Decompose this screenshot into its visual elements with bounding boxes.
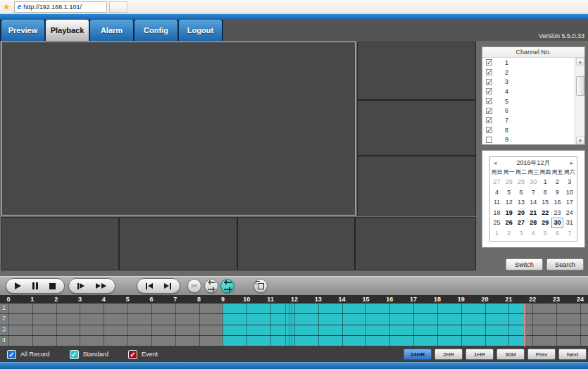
record-segment[interactable] (223, 314, 524, 324)
tab-logout[interactable]: Logout (179, 20, 222, 41)
calendar-day[interactable]: 6 (551, 228, 563, 239)
video-window-7[interactable] (237, 217, 355, 270)
calendar-day[interactable]: 6 (515, 187, 527, 198)
calendar-day[interactable]: 12 (503, 197, 515, 208)
clip-range-button[interactable] (204, 279, 218, 293)
calendar-day[interactable]: 25 (491, 218, 503, 228)
clip-range-active-button[interactable] (220, 279, 234, 293)
prev-button[interactable]: Prev (527, 349, 556, 360)
video-window-3[interactable] (357, 100, 476, 156)
step-forward-button[interactable] (77, 283, 85, 289)
calendar-day[interactable]: 19 (503, 208, 515, 218)
calendar-day[interactable]: 15 (539, 197, 551, 208)
calendar-day[interactable]: 27 (491, 177, 503, 187)
prev-frame-button[interactable] (146, 283, 153, 289)
channel-checkbox[interactable]: ✓ (486, 69, 492, 75)
channel-checkbox[interactable]: ✓ (486, 88, 492, 94)
calendar-day[interactable]: 26 (503, 218, 515, 228)
tab-config[interactable]: Config (135, 20, 177, 41)
tab-preview[interactable]: Preview (1, 20, 44, 41)
video-window-main[interactable] (1, 42, 356, 215)
channel-list-scrollbar[interactable]: ▲ ▼ (575, 58, 584, 144)
video-window-2[interactable] (357, 42, 476, 100)
calendar-day[interactable]: 17 (563, 197, 575, 208)
channel-checkbox[interactable]: ✓ (486, 59, 492, 65)
calendar-day[interactable]: 29 (515, 177, 527, 187)
timeline-ruler[interactable]: 0123456789101112131415161718192021222324 (0, 295, 588, 304)
calendar-day[interactable]: 11 (491, 197, 503, 208)
calendar-day[interactable]: 3 (515, 228, 527, 239)
calendar-day[interactable]: 21 (527, 208, 539, 218)
address-bar[interactable]: e http://192.168.1.101/ (14, 1, 107, 13)
calendar-day[interactable]: 4 (527, 228, 539, 239)
video-window-4[interactable] (357, 156, 476, 215)
record-segment[interactable] (223, 336, 524, 346)
calendar-next-icon[interactable]: ► (567, 161, 577, 165)
calendar-day-selected[interactable]: 30 (551, 218, 563, 228)
calendar-day[interactable]: 2 (551, 177, 563, 187)
tab-playback[interactable]: Playback (46, 20, 89, 41)
channel-checkbox[interactable]: ✓ (486, 117, 492, 123)
calendar-day[interactable]: 2 (503, 228, 515, 239)
calendar-day[interactable]: 7 (527, 187, 539, 198)
channel-checkbox[interactable] (486, 137, 492, 143)
1hr-button[interactable]: 1HR (465, 349, 494, 360)
calendar-day[interactable]: 31 (563, 218, 575, 228)
calendar-day[interactable]: 7 (563, 228, 575, 239)
scrollbar-thumb[interactable] (576, 76, 584, 96)
favorite-star-icon[interactable]: ★ (3, 3, 11, 11)
address-dropdown-button[interactable] (109, 1, 127, 13)
calendar-day[interactable]: 14 (527, 197, 539, 208)
stop-button[interactable] (49, 283, 56, 289)
calendar-day[interactable]: 18 (491, 208, 503, 218)
scroll-down-icon[interactable]: ▼ (576, 137, 584, 144)
calendar-prev-icon[interactable]: ◄ (490, 161, 500, 165)
calendar-day[interactable]: 23 (551, 208, 563, 218)
next-frame-button[interactable] (164, 283, 171, 289)
calendar-day[interactable]: 8 (539, 187, 551, 198)
calendar-day[interactable]: 30 (527, 177, 539, 187)
calendar-day[interactable]: 9 (551, 187, 563, 198)
switch-button[interactable]: Switch (506, 258, 543, 270)
calendar-day[interactable]: 16 (551, 197, 563, 208)
play-button[interactable] (15, 282, 21, 289)
playhead[interactable] (524, 304, 525, 346)
calendar-day[interactable]: 28 (527, 218, 539, 228)
channel-checkbox[interactable]: ✓ (486, 127, 492, 133)
calendar-day[interactable]: 13 (515, 197, 527, 208)
scissors-button[interactable]: ✂ (187, 279, 201, 293)
30m-button[interactable]: 30M (496, 349, 525, 360)
record-segment[interactable] (223, 325, 524, 335)
channel-checkbox[interactable]: ✓ (486, 108, 492, 114)
calendar-day[interactable]: 10 (563, 187, 575, 198)
legend-checkbox[interactable]: ✓ (7, 350, 16, 359)
calendar-day[interactable]: 22 (539, 208, 551, 218)
video-window-6[interactable] (119, 217, 237, 270)
calendar-day[interactable]: 5 (503, 187, 515, 198)
calendar-day[interactable]: 24 (563, 208, 575, 218)
24hr-button[interactable]: 24HR (404, 349, 432, 360)
tab-alarm[interactable]: Alarm (90, 20, 133, 41)
calendar-day[interactable]: 1 (491, 228, 503, 239)
channel-checkbox[interactable]: ✓ (486, 98, 492, 104)
scroll-up-icon[interactable]: ▲ (576, 58, 584, 65)
video-window-8[interactable] (355, 217, 476, 270)
calendar-day[interactable]: 4 (491, 187, 503, 198)
snapshot-button[interactable] (254, 279, 268, 293)
search-button[interactable]: Search (546, 258, 584, 270)
calendar-day[interactable]: 1 (539, 177, 551, 187)
record-segment[interactable] (223, 304, 524, 313)
pause-button[interactable] (32, 282, 38, 289)
next-button[interactable]: Next (558, 349, 587, 360)
calendar-day[interactable]: 29 (539, 218, 551, 228)
calendar-day[interactable]: 5 (539, 228, 551, 239)
legend-checkbox[interactable]: ✓ (128, 350, 137, 359)
calendar-day[interactable]: 28 (503, 177, 515, 187)
video-window-5[interactable] (1, 217, 119, 270)
channel-checkbox[interactable]: ✓ (486, 79, 492, 85)
legend-checkbox[interactable]: ✓ (70, 350, 79, 359)
calendar-day[interactable]: 27 (515, 218, 527, 228)
calendar-day[interactable]: 3 (563, 177, 575, 187)
2hr-button[interactable]: 2HR (434, 349, 463, 360)
calendar-day[interactable]: 20 (515, 208, 527, 218)
